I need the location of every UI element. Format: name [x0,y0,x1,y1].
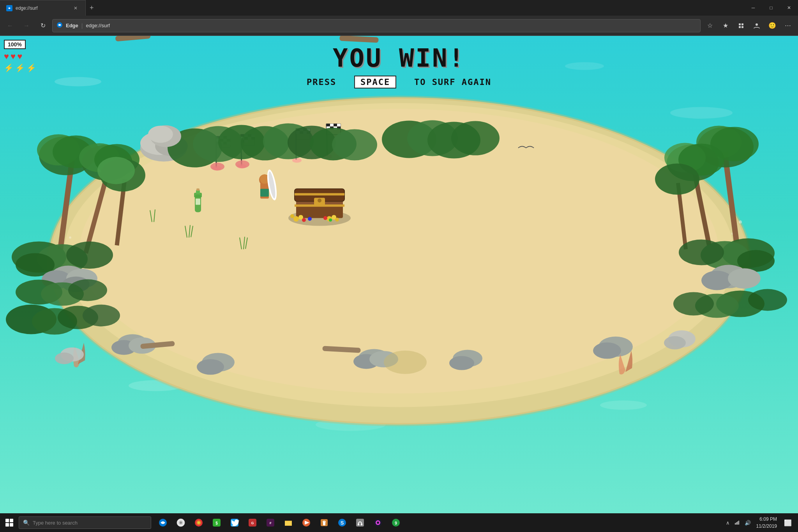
svg-rect-218 [361,523,362,525]
forward-button[interactable]: → [19,19,34,33]
taskbar-app-dark[interactable]: 9 [387,514,404,531]
health-percent: 100% [8,41,22,48]
svg-rect-4 [739,26,741,28]
svg-point-6 [756,23,758,26]
win-message: YOU WIN! PRESS SPACE TO SURF AGAIN [307,44,491,88]
window-controls: ─ □ ✕ [744,0,798,16]
taskbar-app-skype[interactable]: S [334,514,351,531]
svg-rect-213 [323,522,325,525]
title-bar-left: edge://surf ✕ + [0,0,98,16]
svg-rect-2 [739,23,741,25]
svg-rect-227 [738,521,739,525]
address-bar[interactable]: Edge | edge://surf [52,19,701,32]
tab-close-button[interactable]: ✕ [72,5,79,12]
taskbar-app-security[interactable] [316,514,333,531]
browser-name-label: Edge [66,23,78,28]
taskbar: 🔍 Type here to search $ G # [0,513,798,532]
svg-rect-224 [735,523,736,525]
health-bar: 100% [4,40,26,49]
svg-text:#: # [269,521,271,525]
svg-rect-225 [736,522,737,525]
taskbar-app-audio[interactable] [351,514,369,531]
browser-tab[interactable]: edge://surf ✕ [0,0,86,16]
svg-rect-5 [742,26,743,28]
browser-chrome: ← → ↻ Edge | edge://surf ☆ ★ 🙂 ⋯ [0,16,798,36]
account-button[interactable] [750,19,764,33]
address-url: edge://surf [86,23,109,28]
search-placeholder: Type here to search [33,520,78,526]
svg-point-202 [198,521,200,524]
tab-favicon [6,5,12,11]
taskbar-app-red[interactable]: G [244,514,261,531]
collections-button[interactable]: ★ [719,19,733,33]
svg-text:9: 9 [395,521,397,525]
game-area: 100% ♥ ♥ ♥ ⚡ ⚡ ⚡ YOU WIN! PRESS SPACE TO… [0,36,798,513]
start-button[interactable] [0,513,19,532]
edge-logo-icon [56,22,63,29]
svg-point-199 [180,521,182,524]
game-ui: 100% ♥ ♥ ♥ ⚡ ⚡ ⚡ [4,40,36,72]
win-subtitle: PRESS SPACE TO SURF AGAIN [307,76,491,88]
svg-rect-216 [356,519,364,527]
minimize-button[interactable]: ─ [744,0,762,16]
taskbar-app-twitter[interactable] [226,514,243,531]
heart-1: ♥ [4,51,9,62]
more-button[interactable]: ⋯ [781,19,795,33]
taskbar-app-circle[interactable] [369,514,387,531]
svg-point-221 [377,521,379,524]
svg-rect-217 [358,523,359,525]
maximize-button[interactable]: □ [762,0,780,16]
windows-logo-icon [5,519,13,527]
toolbar-icons: ☆ ★ 🙂 ⋯ [703,19,795,33]
svg-text:$: $ [215,521,218,525]
search-icon: 🔍 [23,520,30,526]
bolt-2: ⚡ [15,63,25,72]
date-display: 11/2/2019 [756,523,777,530]
show-hidden-icons[interactable]: ∧ [724,520,731,526]
notification-center-button[interactable]: ⬜ [781,513,795,532]
system-clock[interactable]: 6:09 PM 11/2/2019 [754,516,779,530]
taskbar-app-browser[interactable] [190,514,207,531]
extensions-button[interactable] [734,19,748,33]
taskbar-app-slack[interactable]: # [262,514,279,531]
svg-rect-226 [737,521,738,525]
taskbar-search[interactable]: 🔍 Type here to search [19,516,151,529]
network-icon[interactable] [733,520,742,526]
to-surf-label: TO SURF AGAIN [414,77,491,87]
taskbar-apps: $ G # S [154,514,404,531]
svg-text:G: G [251,521,254,525]
emoji-button[interactable]: 🙂 [765,19,779,33]
svg-rect-3 [742,23,743,25]
bolt-1: ⚡ [4,63,14,72]
refresh-button[interactable]: ↻ [36,19,50,33]
time-display: 6:09 PM [756,516,777,523]
address-separator: | [81,23,83,29]
title-bar: edge://surf ✕ + ─ □ ✕ [0,0,798,16]
back-button[interactable]: ← [3,19,17,33]
taskbar-app-green[interactable]: $ [208,514,225,531]
taskbar-app-files[interactable] [280,514,297,531]
ocean-background [0,36,798,513]
volume-icon[interactable]: 🔊 [743,520,752,526]
close-button[interactable]: ✕ [780,0,798,16]
svg-text:S: S [341,520,344,526]
taskbar-app-game[interactable] [298,514,315,531]
notification-icon: ⬜ [784,519,792,527]
heart-2: ♥ [11,51,16,62]
win-title: YOU WIN! [307,44,491,72]
taskbar-app-cortana[interactable] [172,514,189,531]
press-label: PRESS [307,77,336,87]
favorites-button[interactable]: ☆ [703,19,717,33]
bolts-display: ⚡ ⚡ ⚡ [4,63,36,72]
taskbar-app-edge[interactable] [154,514,171,531]
bolt-3: ⚡ [26,63,36,72]
taskbar-system-tray: ∧ 🔊 6:09 PM 11/2/2019 ⬜ [724,513,798,532]
space-key: SPACE [354,76,396,88]
hearts-display: ♥ ♥ ♥ [4,51,36,62]
heart-3: ♥ [17,51,22,62]
tab-title: edge://surf [16,5,69,11]
new-tab-button[interactable]: + [86,0,98,16]
